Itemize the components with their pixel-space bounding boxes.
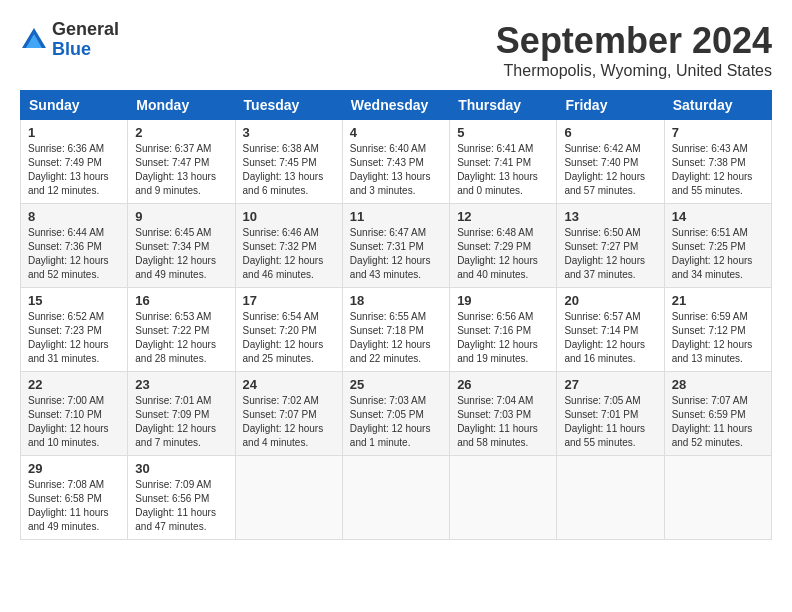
day-number: 1 — [28, 125, 120, 140]
day-info: Sunrise: 6:38 AMSunset: 7:45 PMDaylight:… — [243, 142, 335, 198]
day-number: 12 — [457, 209, 549, 224]
calendar-cell: 27Sunrise: 7:05 AMSunset: 7:01 PMDayligh… — [557, 372, 664, 456]
col-wednesday: Wednesday — [342, 91, 449, 120]
day-number: 11 — [350, 209, 442, 224]
day-number: 16 — [135, 293, 227, 308]
day-number: 5 — [457, 125, 549, 140]
calendar-cell: 25Sunrise: 7:03 AMSunset: 7:05 PMDayligh… — [342, 372, 449, 456]
calendar-cell — [342, 456, 449, 540]
calendar-cell: 6Sunrise: 6:42 AMSunset: 7:40 PMDaylight… — [557, 120, 664, 204]
day-info: Sunrise: 6:59 AMSunset: 7:12 PMDaylight:… — [672, 310, 764, 366]
day-info: Sunrise: 6:36 AMSunset: 7:49 PMDaylight:… — [28, 142, 120, 198]
calendar-cell — [235, 456, 342, 540]
logo-icon — [20, 26, 48, 54]
calendar-cell: 29Sunrise: 7:08 AMSunset: 6:58 PMDayligh… — [21, 456, 128, 540]
day-info: Sunrise: 7:03 AMSunset: 7:05 PMDaylight:… — [350, 394, 442, 450]
calendar-cell: 17Sunrise: 6:54 AMSunset: 7:20 PMDayligh… — [235, 288, 342, 372]
day-info: Sunrise: 6:45 AMSunset: 7:34 PMDaylight:… — [135, 226, 227, 282]
calendar-cell: 7Sunrise: 6:43 AMSunset: 7:38 PMDaylight… — [664, 120, 771, 204]
logo-general: General — [52, 20, 119, 40]
calendar-week-3: 15Sunrise: 6:52 AMSunset: 7:23 PMDayligh… — [21, 288, 772, 372]
calendar-cell: 21Sunrise: 6:59 AMSunset: 7:12 PMDayligh… — [664, 288, 771, 372]
calendar-cell: 3Sunrise: 6:38 AMSunset: 7:45 PMDaylight… — [235, 120, 342, 204]
day-number: 19 — [457, 293, 549, 308]
day-number: 15 — [28, 293, 120, 308]
calendar-week-4: 22Sunrise: 7:00 AMSunset: 7:10 PMDayligh… — [21, 372, 772, 456]
day-info: Sunrise: 6:55 AMSunset: 7:18 PMDaylight:… — [350, 310, 442, 366]
day-info: Sunrise: 6:56 AMSunset: 7:16 PMDaylight:… — [457, 310, 549, 366]
calendar-cell: 22Sunrise: 7:00 AMSunset: 7:10 PMDayligh… — [21, 372, 128, 456]
calendar-cell: 2Sunrise: 6:37 AMSunset: 7:47 PMDaylight… — [128, 120, 235, 204]
day-number: 14 — [672, 209, 764, 224]
calendar-cell: 19Sunrise: 6:56 AMSunset: 7:16 PMDayligh… — [450, 288, 557, 372]
calendar-cell: 4Sunrise: 6:40 AMSunset: 7:43 PMDaylight… — [342, 120, 449, 204]
calendar-cell: 9Sunrise: 6:45 AMSunset: 7:34 PMDaylight… — [128, 204, 235, 288]
calendar-cell: 30Sunrise: 7:09 AMSunset: 6:56 PMDayligh… — [128, 456, 235, 540]
calendar-cell: 1Sunrise: 6:36 AMSunset: 7:49 PMDaylight… — [21, 120, 128, 204]
day-info: Sunrise: 6:48 AMSunset: 7:29 PMDaylight:… — [457, 226, 549, 282]
day-number: 2 — [135, 125, 227, 140]
day-info: Sunrise: 7:05 AMSunset: 7:01 PMDaylight:… — [564, 394, 656, 450]
calendar-cell: 24Sunrise: 7:02 AMSunset: 7:07 PMDayligh… — [235, 372, 342, 456]
col-saturday: Saturday — [664, 91, 771, 120]
day-number: 9 — [135, 209, 227, 224]
day-number: 7 — [672, 125, 764, 140]
day-number: 27 — [564, 377, 656, 392]
header-row: Sunday Monday Tuesday Wednesday Thursday… — [21, 91, 772, 120]
col-friday: Friday — [557, 91, 664, 120]
day-number: 6 — [564, 125, 656, 140]
day-number: 8 — [28, 209, 120, 224]
day-number: 30 — [135, 461, 227, 476]
day-number: 23 — [135, 377, 227, 392]
col-monday: Monday — [128, 91, 235, 120]
month-title: September 2024 — [496, 20, 772, 62]
title-area: September 2024 Thermopolis, Wyoming, Uni… — [496, 20, 772, 80]
day-number: 17 — [243, 293, 335, 308]
day-info: Sunrise: 7:08 AMSunset: 6:58 PMDaylight:… — [28, 478, 120, 534]
calendar-cell: 16Sunrise: 6:53 AMSunset: 7:22 PMDayligh… — [128, 288, 235, 372]
day-number: 3 — [243, 125, 335, 140]
day-info: Sunrise: 6:46 AMSunset: 7:32 PMDaylight:… — [243, 226, 335, 282]
calendar-cell: 14Sunrise: 6:51 AMSunset: 7:25 PMDayligh… — [664, 204, 771, 288]
calendar-table: Sunday Monday Tuesday Wednesday Thursday… — [20, 90, 772, 540]
day-info: Sunrise: 7:00 AMSunset: 7:10 PMDaylight:… — [28, 394, 120, 450]
calendar-cell: 15Sunrise: 6:52 AMSunset: 7:23 PMDayligh… — [21, 288, 128, 372]
calendar-cell: 26Sunrise: 7:04 AMSunset: 7:03 PMDayligh… — [450, 372, 557, 456]
day-number: 24 — [243, 377, 335, 392]
day-info: Sunrise: 6:54 AMSunset: 7:20 PMDaylight:… — [243, 310, 335, 366]
day-info: Sunrise: 6:37 AMSunset: 7:47 PMDaylight:… — [135, 142, 227, 198]
calendar-cell: 11Sunrise: 6:47 AMSunset: 7:31 PMDayligh… — [342, 204, 449, 288]
calendar-cell: 8Sunrise: 6:44 AMSunset: 7:36 PMDaylight… — [21, 204, 128, 288]
day-info: Sunrise: 7:09 AMSunset: 6:56 PMDaylight:… — [135, 478, 227, 534]
calendar-cell: 13Sunrise: 6:50 AMSunset: 7:27 PMDayligh… — [557, 204, 664, 288]
col-tuesday: Tuesday — [235, 91, 342, 120]
day-info: Sunrise: 6:52 AMSunset: 7:23 PMDaylight:… — [28, 310, 120, 366]
day-info: Sunrise: 7:02 AMSunset: 7:07 PMDaylight:… — [243, 394, 335, 450]
calendar-cell: 28Sunrise: 7:07 AMSunset: 6:59 PMDayligh… — [664, 372, 771, 456]
calendar-cell: 5Sunrise: 6:41 AMSunset: 7:41 PMDaylight… — [450, 120, 557, 204]
day-number: 18 — [350, 293, 442, 308]
calendar-week-5: 29Sunrise: 7:08 AMSunset: 6:58 PMDayligh… — [21, 456, 772, 540]
calendar-week-1: 1Sunrise: 6:36 AMSunset: 7:49 PMDaylight… — [21, 120, 772, 204]
calendar-cell: 18Sunrise: 6:55 AMSunset: 7:18 PMDayligh… — [342, 288, 449, 372]
calendar-cell: 20Sunrise: 6:57 AMSunset: 7:14 PMDayligh… — [557, 288, 664, 372]
day-number: 28 — [672, 377, 764, 392]
day-info: Sunrise: 7:01 AMSunset: 7:09 PMDaylight:… — [135, 394, 227, 450]
day-info: Sunrise: 7:04 AMSunset: 7:03 PMDaylight:… — [457, 394, 549, 450]
col-sunday: Sunday — [21, 91, 128, 120]
day-number: 29 — [28, 461, 120, 476]
day-info: Sunrise: 6:47 AMSunset: 7:31 PMDaylight:… — [350, 226, 442, 282]
col-thursday: Thursday — [450, 91, 557, 120]
logo-blue: Blue — [52, 40, 119, 60]
day-info: Sunrise: 6:41 AMSunset: 7:41 PMDaylight:… — [457, 142, 549, 198]
calendar-cell: 10Sunrise: 6:46 AMSunset: 7:32 PMDayligh… — [235, 204, 342, 288]
day-info: Sunrise: 6:50 AMSunset: 7:27 PMDaylight:… — [564, 226, 656, 282]
day-number: 25 — [350, 377, 442, 392]
day-info: Sunrise: 6:44 AMSunset: 7:36 PMDaylight:… — [28, 226, 120, 282]
logo: General Blue — [20, 20, 119, 60]
calendar-week-2: 8Sunrise: 6:44 AMSunset: 7:36 PMDaylight… — [21, 204, 772, 288]
day-number: 21 — [672, 293, 764, 308]
day-number: 20 — [564, 293, 656, 308]
day-info: Sunrise: 6:51 AMSunset: 7:25 PMDaylight:… — [672, 226, 764, 282]
header: General Blue September 2024 Thermopolis,… — [20, 20, 772, 80]
